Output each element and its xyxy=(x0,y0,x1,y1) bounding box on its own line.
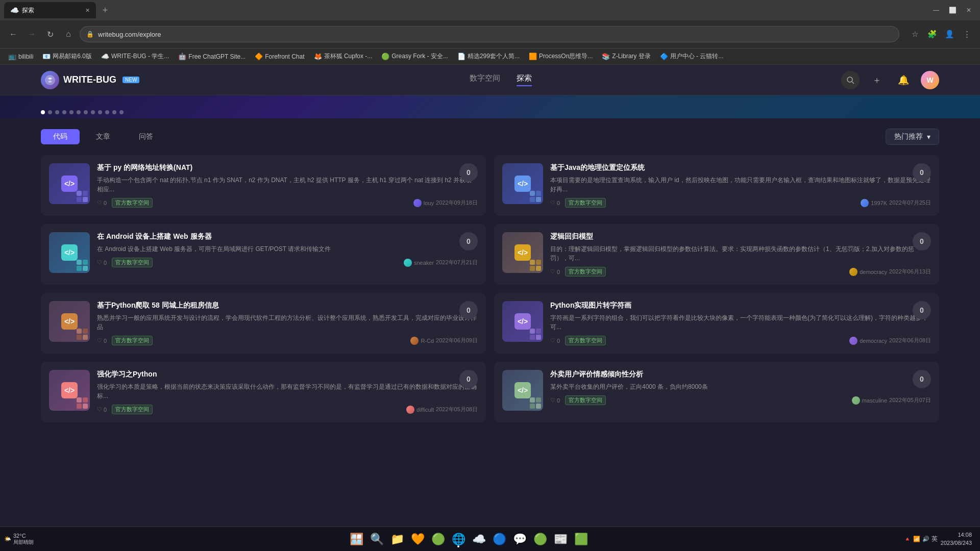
user-avatar[interactable]: W xyxy=(921,71,939,89)
card-thumbnail: </> xyxy=(49,370,90,411)
forward-button[interactable]: → xyxy=(24,27,39,41)
banner-dot-7[interactable] xyxy=(84,110,88,114)
logo-area: WRITE-BUG NEW xyxy=(41,71,139,89)
card-date: 2022年06月09日 xyxy=(436,337,478,344)
card-tag[interactable]: 官方数字空间 xyxy=(112,336,153,345)
card-item-c3[interactable]: </> 在 Android 设备上搭建 Web 服务器 在 Android 设备… xyxy=(41,224,486,285)
greasyfork-icon: 🟢 xyxy=(381,53,389,60)
new-tab-button[interactable]: + xyxy=(98,3,112,17)
author-avatar xyxy=(849,268,857,276)
bookmark-forefront[interactable]: 🔶 Forefront Chat xyxy=(251,52,308,61)
thumb-block-4 xyxy=(536,335,541,340)
taskbar-cloud[interactable]: ☁️ xyxy=(470,530,488,548)
banner-dot-2[interactable] xyxy=(48,110,52,114)
bookmark-greasyfork[interactable]: 🟢 Greasy Fork - 安全... xyxy=(377,51,452,62)
card-item-c5[interactable]: </> 基于Python爬取 58 同城上的租房信息 熟悉并学习一般的应用系统开… xyxy=(41,293,486,354)
bookmark-resume[interactable]: 📄 精选299套个人简... xyxy=(453,51,524,62)
card-item-c4[interactable]: </> 逻辑回归模型 目的：理解逻辑回归模型，掌握逻辑回归模型的参数估计算法。要… xyxy=(494,224,939,285)
bookmark-cupfox[interactable]: 🦊 茶杯狐 Cupfox -... xyxy=(310,51,377,62)
bookmark-zlibrary[interactable]: 📚 Z-Library 登录 xyxy=(598,51,654,62)
banner-dot-9[interactable] xyxy=(98,110,102,114)
bookmark-usercenter[interactable]: 🔷 用户中心 - 云猫转... xyxy=(656,51,728,62)
banner-dot-8[interactable] xyxy=(91,110,95,114)
card-item-c8[interactable]: </> 外卖用户评价情感倾向性分析 某外卖平台收集的用户评价，正向4000 条，… xyxy=(494,362,939,422)
card-item-c6[interactable]: </> Python实现图片转字符画 字符画是一系列字符的组合，我们可以把字符看… xyxy=(494,293,939,354)
notification-button[interactable]: 🔔 xyxy=(894,71,913,89)
likes-count: 0 xyxy=(104,260,107,266)
taskbar-app4[interactable]: 🧡 xyxy=(408,530,427,548)
filter-bar: 代码 文章 问答 热门推荐 ▾ xyxy=(41,129,939,145)
bookmark-email[interactable]: 📧 网易邮箱6.0版 xyxy=(38,51,96,62)
thumb-block-4 xyxy=(536,404,541,409)
reload-button[interactable]: ↻ xyxy=(43,27,57,41)
extensions-button[interactable]: 🧩 xyxy=(925,27,939,41)
filter-tab-qa[interactable]: 问答 xyxy=(127,129,165,144)
nav-explore[interactable]: 探索 xyxy=(517,73,532,86)
taskbar-start[interactable]: 🪟 xyxy=(347,530,365,548)
back-button[interactable]: ← xyxy=(6,27,20,41)
bookmark-bilibili[interactable]: 📺 bilibili xyxy=(4,52,37,61)
writebug-icon: ☁️ xyxy=(101,53,109,60)
maximize-button[interactable]: ⬜ xyxy=(945,3,960,17)
bookmark-label: WRITE-BUG - 学生... xyxy=(111,52,169,61)
taskbar-browser[interactable]: 🌐 xyxy=(449,530,468,548)
bookmark-processon[interactable]: 🟧 ProcessOn思维导... xyxy=(525,51,597,62)
nav-digital-space[interactable]: 数字空间 xyxy=(470,73,500,86)
tab-close-button[interactable]: ✕ xyxy=(85,7,90,14)
more-button[interactable]: ⋮ xyxy=(960,27,974,41)
taskbar-files[interactable]: 📁 xyxy=(388,530,406,548)
close-window-button[interactable]: ✕ xyxy=(962,3,976,17)
input-method[interactable]: 英 xyxy=(932,535,938,543)
taskbar-app10[interactable]: 🟢 xyxy=(531,530,549,548)
address-bar[interactable]: 🔒 writebug.com/explore xyxy=(80,26,899,42)
heart-icon: ♡ xyxy=(550,397,555,404)
banner-dot-12[interactable] xyxy=(119,110,124,114)
thumb-code-icon: </> xyxy=(61,313,78,330)
banner-dot-6[interactable] xyxy=(77,110,81,114)
card-body: 逻辑回归模型 目的：理解逻辑回归模型，掌握逻辑回归模型的参数估计算法。要求：实现… xyxy=(550,232,931,277)
card-tag[interactable]: 官方数字空间 xyxy=(565,336,606,345)
banner-dot-1[interactable] xyxy=(41,110,45,114)
profile-button[interactable]: 👤 xyxy=(942,27,957,41)
bookmark-label: bilibili xyxy=(18,53,33,60)
card-meta: ♡ 0 官方数字空间 masculine 2022年05月07日 xyxy=(550,395,931,405)
thumb-block-1 xyxy=(530,260,535,265)
banner-dot-10[interactable] xyxy=(105,110,109,114)
taskbar-app11[interactable]: 📰 xyxy=(551,530,570,548)
minimize-button[interactable]: — xyxy=(929,3,943,17)
taskbar-app9[interactable]: 💬 xyxy=(510,530,529,548)
taskbar-excel[interactable]: 🟩 xyxy=(572,530,590,548)
taskbar-app5[interactable]: 🟢 xyxy=(429,530,447,548)
filter-tab-code[interactable]: 代码 xyxy=(41,129,80,144)
card-count-badge: 0 xyxy=(913,370,931,388)
filter-tab-article[interactable]: 文章 xyxy=(84,129,122,144)
thumb-grid xyxy=(530,260,541,271)
home-button[interactable]: ⌂ xyxy=(61,27,76,41)
bookmark-writebug[interactable]: ☁️ WRITE-BUG - 学生... xyxy=(97,51,173,62)
taskbar-search[interactable]: 🔍 xyxy=(368,530,386,548)
card-item-c2[interactable]: </> 基于Java的地理位置定位系统 本项目需要的是地理位置查询系统，输入用户… xyxy=(494,155,939,216)
taskbar-app8[interactable]: 🔵 xyxy=(490,530,508,548)
active-tab[interactable]: ☁️ 探索 ✕ xyxy=(4,2,96,18)
bookmark-star-button[interactable]: ☆ xyxy=(908,27,922,41)
card-item-c7[interactable]: </> 强化学习之Python 强化学习的本质是策略，根据当前的状态来决策应该采… xyxy=(41,362,486,422)
banner-dot-3[interactable] xyxy=(55,110,59,114)
card-meta: ♡ 0 官方数字空间 1997K 2022年07月25日 xyxy=(550,198,931,208)
add-button[interactable]: ＋ xyxy=(868,71,886,89)
card-meta: ♡ 0 官方数字空间 R-Cd 2022年06月09日 xyxy=(97,336,478,345)
card-tag[interactable]: 官方数字空间 xyxy=(112,405,153,414)
sort-button[interactable]: 热门推荐 ▾ xyxy=(886,129,939,145)
thumb-block-3 xyxy=(77,266,82,271)
card-tag[interactable]: 官方数字空间 xyxy=(565,395,606,405)
card-tag[interactable]: 官方数字空间 xyxy=(112,258,153,267)
card-tag[interactable]: 官方数字空间 xyxy=(112,198,153,208)
thumb-block-3 xyxy=(530,266,535,271)
banner-dot-5[interactable] xyxy=(69,110,74,114)
card-item-c1[interactable]: </> 基于 py 的网络地址转换(NAT) 手动构造一个包含两个 nat 的拓… xyxy=(41,155,486,216)
card-tag[interactable]: 官方数字空间 xyxy=(565,267,606,277)
banner-dot-4[interactable] xyxy=(62,110,66,114)
banner-dot-11[interactable] xyxy=(112,110,116,114)
site-search-button[interactable] xyxy=(841,71,860,89)
card-tag[interactable]: 官方数字空间 xyxy=(565,198,606,208)
bookmark-chatgpt[interactable]: 🤖 Free ChatGPT Site... xyxy=(174,52,250,61)
